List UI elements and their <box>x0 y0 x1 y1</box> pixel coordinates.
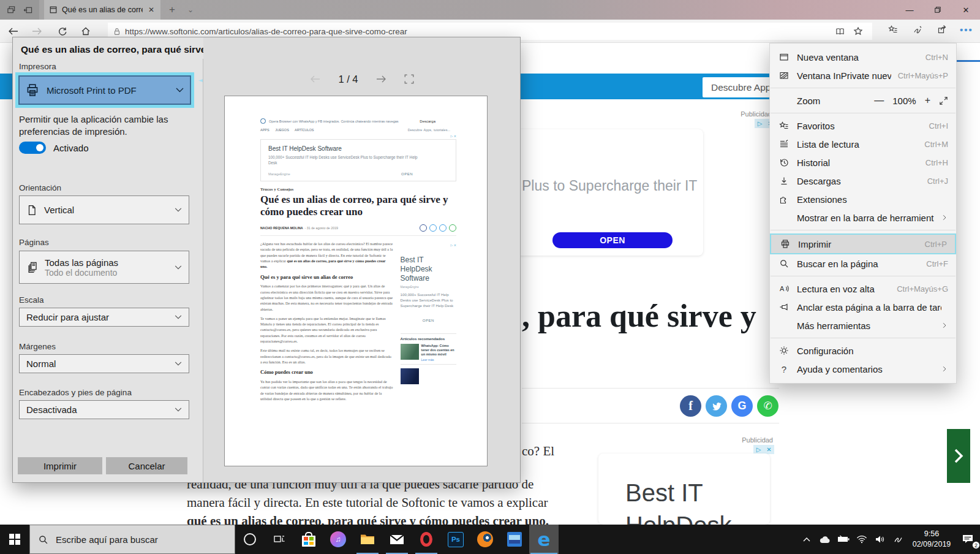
divider <box>771 88 956 88</box>
onedrive-cloud-icon[interactable] <box>816 525 834 554</box>
adchoices-icon[interactable]: ▷ <box>755 119 765 128</box>
ad-body: 100,000+ Successful IT Help Desks use Se… <box>268 155 427 166</box>
sidebar-ad-title: Best IT HelpDesk Software <box>401 256 456 283</box>
taskbar-cortana-button[interactable] <box>235 525 265 554</box>
article-date: - 31 de agosto de 2019 <box>305 226 339 230</box>
pages-dropdown[interactable]: Todas las páginas Todo el documento <box>19 251 189 284</box>
menu-item-new-window[interactable]: Nueva ventanaCtrl+N <box>770 48 956 66</box>
printer-dropdown[interactable]: Microsoft Print to PDF <box>18 75 191 105</box>
ad-close-icon[interactable]: ✕ <box>764 445 774 454</box>
sidebar-ad-open: OPEN <box>401 319 456 322</box>
help-icon: ? <box>778 364 790 374</box>
menu-item-help-feedback[interactable]: ? Ayuda y comentarios <box>770 360 956 378</box>
menu-item-read-aloud[interactable]: A Lectura en voz altaCtrl+Mayús+G <box>770 279 956 298</box>
previous-page-icon[interactable] <box>309 74 322 84</box>
taskbar-blender-button[interactable] <box>470 525 500 554</box>
taskbar-itunes-button[interactable]: ♫ <box>323 525 353 554</box>
preferences-toggle[interactable] <box>19 142 46 154</box>
article-body: ¿Alguna vez has escuchado hablar de los … <box>260 241 393 405</box>
menu-item-reading-list[interactable]: Lista de lecturaCtrl+M <box>770 135 956 153</box>
menu-item-find-on-page[interactable]: Buscar en la páginaCtrl+F <box>770 254 956 273</box>
margins-dropdown[interactable]: Normal <box>19 354 189 373</box>
article-category: Trucos y Consejos <box>260 187 456 192</box>
system-tray: 9:56 02/09/2019 2 <box>797 525 980 554</box>
menu-item-inprivate-window[interactable]: Ventana InPrivate nuevaCtrl+Mayús+P <box>770 66 956 85</box>
taskbar-file-explorer-button[interactable] <box>353 525 382 554</box>
downloads-icon <box>778 176 790 186</box>
windows-ink-pen-icon[interactable] <box>889 525 908 554</box>
taskbar-edge-button[interactable]: e <box>529 525 559 554</box>
article-subheading: Qué es y para qué sirve un alias de corr… <box>260 273 393 281</box>
headers-footers-dropdown[interactable]: Desactivada <box>19 400 189 419</box>
adchoices-icon: ▷ ✕ <box>260 134 456 138</box>
chevron-right-icon <box>941 365 948 373</box>
print-button[interactable]: Imprimir <box>18 457 102 474</box>
taskbar-opera-button[interactable] <box>412 525 441 554</box>
pages-subvalue: Todo el documento <box>45 268 118 278</box>
orientation-value: Vertical <box>44 205 74 215</box>
menu-item-extensions[interactable]: Extensiones <box>770 190 956 208</box>
menu-item-favorites[interactable]: FavoritosCtrl+I <box>770 116 956 135</box>
zoom-in-button[interactable]: + <box>925 95 930 106</box>
menu-item-settings[interactable]: Configuración <box>770 341 956 360</box>
article-text-fragment: co? El <box>522 444 554 459</box>
video-app-icon <box>507 532 522 547</box>
ad-text: Best IT <box>625 479 770 507</box>
next-article-button[interactable] <box>947 429 970 483</box>
printer-icon <box>26 83 39 97</box>
orientation-label: Orientación <box>19 183 61 192</box>
facebook-share-icon[interactable]: f <box>680 395 701 417</box>
windows-taskbar: Escribe aquí para buscar ♫ Ps e <box>0 525 980 554</box>
windows-logo-icon <box>9 534 20 545</box>
taskbar-task-view-button[interactable] <box>265 525 294 554</box>
cancel-button[interactable]: Cancelar <box>106 457 187 474</box>
battery-icon[interactable] <box>834 525 853 554</box>
action-center-button[interactable]: 2 <box>956 525 980 554</box>
recommended-label: Artículos recomendados <box>401 333 456 341</box>
hidden-icons-chevron[interactable] <box>797 525 816 554</box>
print-preview-region: 1 / 4 Opera Browser con WhatsApp y FB in… <box>203 37 520 482</box>
time: 9:56 <box>908 529 956 539</box>
ad-box: Best IT HelpDesk Software 100,000+ Succe… <box>260 139 456 181</box>
new-window-icon <box>778 52 790 62</box>
divider <box>771 276 956 276</box>
menu-item-downloads[interactable]: DescargasCtrl+J <box>770 172 956 190</box>
next-page-icon[interactable] <box>374 74 388 84</box>
wifi-icon[interactable] <box>853 525 871 554</box>
scale-dropdown[interactable]: Reducir para ajustar <box>19 308 189 327</box>
menu-item-pin-to-taskbar[interactable]: Anclar esta página a la barra de tareas <box>770 298 956 316</box>
taskbar-store-button[interactable] <box>294 525 323 554</box>
taskbar-clock[interactable]: 9:56 02/09/2019 <box>908 529 956 550</box>
start-button[interactable] <box>0 525 29 554</box>
menu-item-show-in-toolbar[interactable]: Mostrar en la barra de herramientas <box>770 208 956 227</box>
menu-item-history[interactable]: HistorialCtrl+H <box>770 153 956 172</box>
taskbar-search-input[interactable]: Escribe aquí para buscar <box>29 525 235 554</box>
twitter-share-icon[interactable] <box>706 395 727 417</box>
adchoices-icon[interactable]: ▷ <box>753 445 764 454</box>
fit-to-page-icon[interactable] <box>404 74 415 85</box>
fullscreen-icon[interactable] <box>939 96 948 105</box>
speaker-icon[interactable] <box>871 525 889 554</box>
taskbar-photoshop-button[interactable]: Ps <box>441 525 470 554</box>
whatsapp-share-icon[interactable]: ✆ <box>757 395 778 417</box>
ad-open-button[interactable]: OPEN <box>552 232 673 248</box>
taskbar-mail-button[interactable] <box>382 525 412 554</box>
ad-open-label: OPEN <box>401 172 413 176</box>
taskbar-video-app-button[interactable] <box>500 525 529 554</box>
orientation-dropdown[interactable]: Vertical <box>19 195 189 224</box>
store-icon <box>302 532 315 547</box>
search-icon <box>778 259 790 268</box>
menu-item-more-tools[interactable]: Más herramientas <box>770 316 956 335</box>
google-share-icon[interactable]: G <box>731 395 753 417</box>
date: 02/09/2019 <box>908 539 956 550</box>
chevron-right-icon <box>941 213 948 222</box>
chevron-down-icon <box>176 88 184 93</box>
share-icons <box>420 224 456 232</box>
search-icon <box>38 534 48 545</box>
divider <box>771 113 956 113</box>
zoom-out-button[interactable]: — <box>874 95 884 106</box>
menu-item-print[interactable]: ImprimirCtrl+P <box>770 233 956 254</box>
edge-icon: e <box>537 530 550 549</box>
opera-icon <box>420 532 432 547</box>
ad-label: Publicidad <box>687 436 773 444</box>
